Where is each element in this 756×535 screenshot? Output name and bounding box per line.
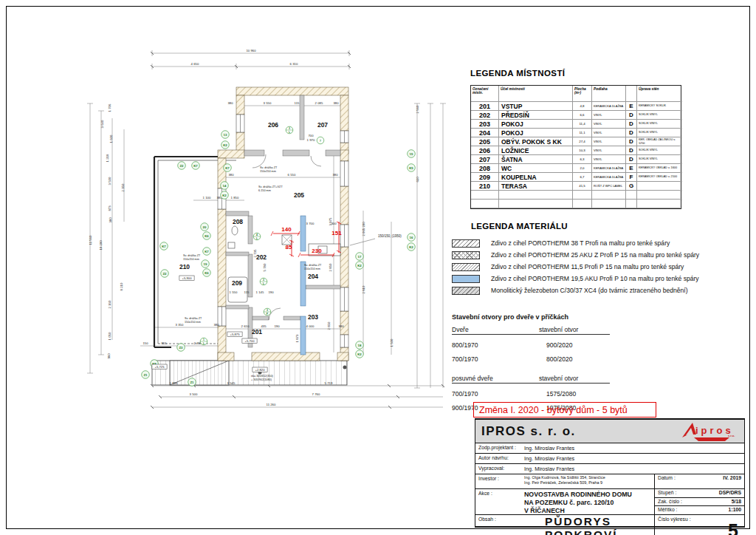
titleblock-value: Ing. Miroslav Frantes [524,464,574,474]
room-legend-cell: 6,6 [573,111,592,120]
room-legend-cell: 11,1 [573,129,592,137]
room-legend-cell: D [626,111,637,120]
dim-label: 2 610 [241,324,250,328]
obsah-row: Obsah : PŮDORYS PODKROVÍ Číslo výkresu :… [475,515,744,535]
annotation-label: Sv. drážka ZT [185,317,202,320]
drawing-title: PŮDORYS PODKROVÍ [545,515,654,535]
marker-label: 16 [410,236,413,239]
room-legend-cell: D [626,137,637,146]
dim-label: 2 160 [108,300,111,308]
room-legend-cell: 201 [471,102,499,111]
room-legend-cell: 10,3 [573,146,592,155]
dim-label: 6 550 [288,173,296,177]
dim-label: 2 735 [253,249,257,257]
room-legend-cell: KERAMICKÁ DLAŽBA [592,173,626,182]
room-legend-cell: VINYL [592,111,626,120]
logo-sub: s.r.o. [728,434,735,437]
elevation-label: +5,875 [230,333,241,336]
sw-concrete-swatch-icon [452,287,480,295]
room-legend-cell: 202 [471,111,499,120]
room-legend-cell: D [626,155,637,164]
red-dim-label: 85 [286,244,292,251]
room-legend-cell [499,191,573,200]
openings-title: Stavební otvory pro dveře v příčkách [452,313,636,321]
dim-label: 8 210 [120,282,123,290]
room-legend-cell: VINYL [592,146,626,155]
dim-label: 3 640 [100,120,104,128]
marker-label: Z1 [190,381,194,384]
dim-label: 380 [227,101,233,105]
dim-label: 2 850 [327,321,331,330]
marker-label: 19 [204,262,207,266]
door-marker-number: 4 [256,234,258,236]
drawing-page: 206207205208202209210204203201 10 9604 6… [0,0,756,535]
marker-label: K5 [409,166,413,170]
room-legend-cell: 205 [471,137,499,146]
dim-label: 873 [108,205,111,211]
material-legend-title: LEGENDA MATERIÁLU [471,222,749,231]
dim-label: 1 550 [230,290,238,294]
room-label: 204 [308,273,318,280]
room-legend-cell [499,200,573,208]
zak-label: Zak. číslo : [658,499,682,506]
dim-label: 380 [213,323,219,327]
room-legend-cell: G [626,182,637,191]
wall-note-label: 150/150, (1950) [378,234,402,238]
marker-label: K2 [357,264,362,268]
room-label: 207 [317,121,328,129]
marker-label: K2 [357,352,362,356]
title-block-header: IPROS s. r. o. ipros s.r.o. [475,420,744,443]
room-legend-cell: 209 [471,173,499,182]
room-legend-cell: VINYL [592,129,626,137]
dim-label: 190 [268,290,274,294]
room-legend-cell [637,200,682,208]
titleblock-row: Zodp.projektant :Ing. Miroslav Frantes [475,443,744,454]
door-marker-letter: L [256,237,258,240]
dim-label: 10 200 [99,240,103,251]
openings-group-header: Dveřestavební otvor [452,326,610,335]
room-legend-cell: VSTUP [499,102,573,111]
akce-label: Akce : [475,489,524,514]
dim-label: 5 780 [263,263,267,271]
room-legend-cell: OBÝV. POKOK S KK [499,137,573,146]
dim-label: 2 085 [315,101,323,105]
stupen-value: DSP/DRS [719,490,741,497]
dim-label: 10 960 [246,49,256,52]
room-legend-cell: LOŽNICE [499,146,573,155]
dim-label: 610 [416,177,419,183]
sw-diag-swatch-icon [452,239,480,248]
marker-label: 20 [203,225,207,229]
room-legend-cell [626,191,637,200]
drawing-number: 5 [655,522,744,535]
annotation-label: Sv. drážka ZT [304,264,322,267]
room-legend-cell: VINYL [592,137,626,146]
marker-label: 13 [224,133,227,137]
room-legend-cell: SOKLÍK VINYL [637,146,682,155]
room-legend-cell: SOKLÍK VINYL [637,129,682,137]
akce-row: Akce : NOVOSTAVBA RODINNÉHO DOMU NA POZE… [475,489,744,515]
plan-blue-walls [300,216,306,355]
red-dim-label: 140 [281,226,292,233]
room-legend-cell: 6,7 [573,173,592,182]
zak-value: 5/18 [732,499,741,506]
red-dim-label: 151 [331,230,342,236]
elevation-label: +5,700 [245,339,255,343]
annotation-label: + 305/902(1080) [251,378,272,381]
marker-label: K2 [223,143,227,147]
room-legend-cell [573,200,592,208]
room-label: 210 [179,263,190,270]
openings-group-header: posuvné dveřestavební otvor [452,375,610,384]
room-legend-cell: 208 [471,164,499,173]
room-legend-cell: 2,0 [573,164,592,173]
room-legend-cell: KERAMICKÁ DLAŽBA [592,102,626,111]
room-legend-cell: SOKLÍK VINYL [637,120,682,129]
door-marker-number: 1 [203,338,205,341]
material-label: Zdivo z cihel POROTHERM 38 T Profi na ma… [491,239,670,247]
room-legend-header-cell: Označení místn. [471,86,499,102]
investor-row: Investor : Ing. Olga Kudrnová, Na Sídliš… [475,474,744,489]
dim-label: 1 500 [390,338,394,347]
room-legend-cell: PŘEDSÍŇ [499,111,573,120]
room-label: 202 [256,253,267,261]
marker-label: K6 [205,234,209,238]
dim-label: 1 145 [256,290,264,294]
